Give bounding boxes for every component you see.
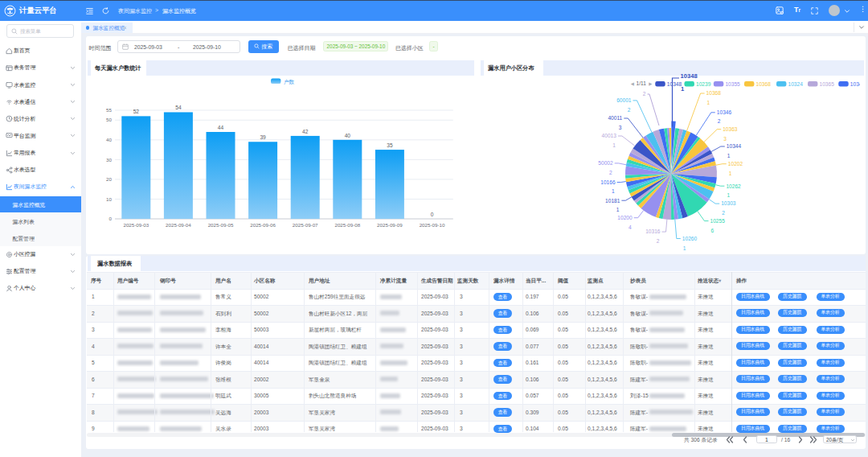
svg-text:20: 20 [106,176,112,182]
svg-text:10166: 10166 [600,179,616,185]
svg-text:10316: 10316 [645,228,661,234]
svg-text:2: 2 [722,210,725,216]
svg-text:◀: ◀ [631,81,635,86]
svg-text:0: 0 [431,212,434,217]
svg-text:3: 3 [619,125,622,130]
svg-text:1: 1 [683,245,686,251]
svg-text:10262: 10262 [726,183,741,189]
svg-text:40013: 40013 [602,133,617,138]
svg-text:10202: 10202 [728,161,743,167]
svg-text:1: 1 [616,207,620,212]
svg-text:1: 1 [729,171,732,176]
svg-text:1: 1 [612,188,615,194]
svg-text:40011: 40011 [608,115,622,121]
svg-text:10200: 10200 [617,215,633,220]
svg-text:2025-09-06: 2025-09-06 [250,222,276,228]
svg-text:2025-09-07: 2025-09-07 [293,222,318,228]
svg-text:40: 40 [345,133,351,138]
svg-text:2025-09-03: 2025-09-03 [123,222,149,228]
svg-text:2025-09-08: 2025-09-08 [334,222,360,228]
svg-text:2: 2 [628,107,631,113]
svg-text:2025-09-04: 2025-09-04 [166,222,191,228]
svg-text:10: 10 [106,196,112,202]
svg-text:10355: 10355 [725,81,740,87]
svg-text:10365: 10365 [820,81,835,87]
svg-text:39: 39 [260,134,266,140]
svg-text:1: 1 [727,192,730,198]
svg-text:0: 0 [109,216,113,221]
svg-text:户数: 户数 [284,79,295,84]
svg-text:▶: ▶ [649,81,653,86]
svg-text:44: 44 [218,125,224,130]
svg-text:2025-09-09: 2025-09-09 [377,222,403,228]
svg-text:10181: 10181 [605,198,620,204]
svg-text:4: 4 [628,224,632,230]
svg-text:10363: 10363 [723,126,738,132]
svg-text:30: 30 [106,157,112,163]
svg-text:40: 40 [106,137,112,142]
svg-text:42: 42 [302,129,309,134]
svg-text:2: 2 [657,238,660,244]
svg-text:10344: 10344 [727,143,742,149]
svg-text:1/11: 1/11 [637,80,647,86]
svg-text:10239: 10239 [696,81,711,87]
svg-text:2: 2 [643,91,646,97]
svg-text:10368: 10368 [706,90,722,96]
svg-text:2025-09-10: 2025-09-10 [420,222,445,228]
svg-text:55: 55 [106,107,112,113]
svg-text:6: 6 [711,228,714,233]
svg-text:10346: 10346 [717,109,732,115]
svg-text:10348: 10348 [681,72,698,80]
svg-text:54: 54 [175,105,182,110]
svg-text:10348: 10348 [667,81,682,87]
svg-text:10324: 10324 [788,81,804,87]
svg-text:50: 50 [106,117,112,122]
svg-text:10255: 10255 [710,218,726,224]
svg-text:10303: 10303 [721,200,736,206]
svg-text:2: 2 [718,118,721,124]
svg-text:1: 1 [727,153,731,159]
svg-text:2: 2 [609,170,612,175]
svg-text:2025-09-05: 2025-09-05 [208,222,234,228]
svg-text:1: 1 [612,142,616,148]
svg-text:35: 35 [387,142,393,148]
svg-text:10368: 10368 [756,81,772,87]
svg-text:10260: 10260 [682,236,698,241]
svg-text:52: 52 [133,109,140,114]
svg-text:1: 1 [707,100,710,105]
svg-text:60001: 60001 [616,97,632,103]
svg-text:50002: 50002 [598,160,613,166]
svg-text:3: 3 [723,136,727,142]
